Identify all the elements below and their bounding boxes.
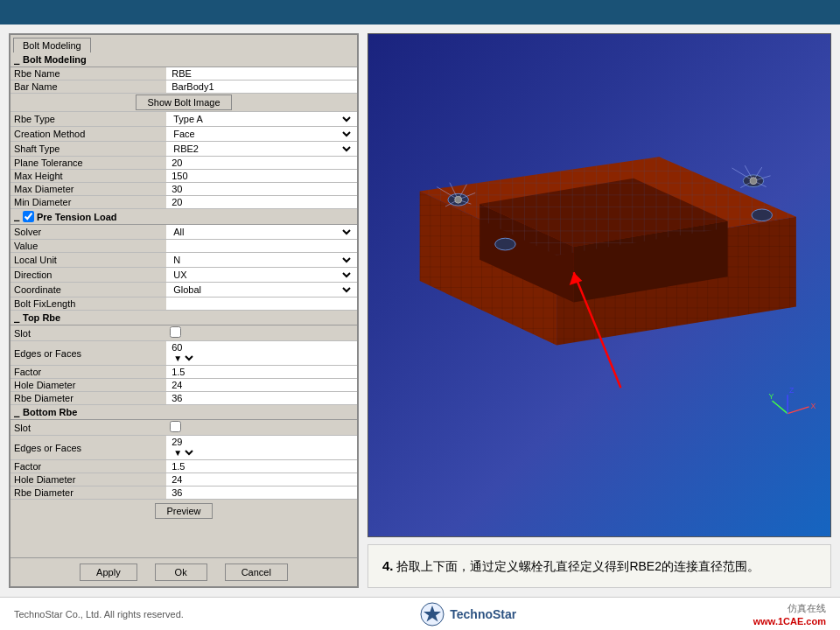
top-hole-diameter-label: Hole Diameter <box>10 379 166 392</box>
bot-edges-value[interactable]: ▼ <box>166 436 357 460</box>
coordinate-label: Coordinate <box>10 283 166 298</box>
top-factor-label: Factor <box>10 366 166 379</box>
rbe-type-value[interactable]: Type A <box>166 112 357 127</box>
max-diameter-input[interactable] <box>170 184 354 194</box>
creation-method-value[interactable]: Face <box>166 127 357 142</box>
bot-hole-diameter-input[interactable] <box>170 474 354 485</box>
creation-method-select[interactable]: Face <box>170 128 354 140</box>
shaft-type-label: Shaft Type <box>10 142 166 157</box>
show-bolt-button[interactable]: Show Bolt Image <box>136 94 231 110</box>
cancel-button[interactable]: Cancel <box>225 564 288 581</box>
plane-tolerance-input[interactable] <box>170 158 354 168</box>
bot-factor-input[interactable] <box>170 461 354 472</box>
min-diameter-input[interactable] <box>170 197 354 207</box>
apply-button[interactable]: Apply <box>80 564 137 581</box>
bot-rbe-diameter-value[interactable] <box>166 486 357 500</box>
min-diameter-label: Min Diameter <box>10 196 166 209</box>
top-factor-value[interactable] <box>166 366 357 379</box>
table-row: Min Diameter <box>10 196 357 209</box>
top-slot-label: Slot <box>10 326 166 341</box>
value-input[interactable] <box>170 241 354 251</box>
direction-value[interactable]: UX <box>166 268 357 283</box>
min-diameter-value[interactable] <box>166 196 357 209</box>
panel-scroll[interactable]: ⎯ Bolt Modeling Rbe Name Bar Name <box>10 52 357 557</box>
bot-slot-checkbox[interactable] <box>170 421 181 432</box>
bot-hole-diameter-value[interactable] <box>166 473 357 486</box>
table-row: Slot <box>10 420 357 436</box>
solver-select[interactable]: All <box>170 226 354 238</box>
preview-button[interactable]: Preview <box>155 503 212 519</box>
pre-tension-props: Solver All Value Lo <box>10 225 357 311</box>
section-top-rbe: ⎯ Top Rbe <box>10 311 357 326</box>
table-row: Slot <box>10 326 357 341</box>
bolt-fixlength-value[interactable] <box>166 298 357 311</box>
top-rbe-diameter-input[interactable] <box>170 393 354 403</box>
plane-tolerance-label: Plane Tolerance <box>10 157 166 170</box>
description-text: 拾取上下面，通过定义螺栓孔直径定义得到RBE2的连接直径范围。 <box>396 559 760 573</box>
local-unit-value[interactable]: N <box>166 253 357 268</box>
bolt-hole-br <box>752 209 772 221</box>
bot-edges-input[interactable] <box>170 437 354 447</box>
bar-name-label: Bar Name <box>10 80 166 94</box>
tab-bolt-modeling[interactable]: Bolt Modeling <box>13 38 91 52</box>
value-value[interactable] <box>166 240 357 253</box>
pre-tension-checkbox[interactable] <box>23 211 34 222</box>
ok-button[interactable]: Ok <box>155 564 207 581</box>
table-row: Factor <box>10 366 357 379</box>
section-bottom-rbe: ⎯ Bottom Rbe <box>10 405 357 420</box>
bolt-fixlength-label: Bolt FixLength <box>10 298 166 311</box>
collapse-icon-4: ⎯ <box>14 408 19 417</box>
table-row: Rbe Diameter <box>10 392 357 405</box>
table-row: Max Height <box>10 170 357 183</box>
bot-rbe-diameter-input[interactable] <box>170 487 354 498</box>
max-diameter-label: Max Diameter <box>10 183 166 196</box>
section-bolt-modeling: ⎯ Bolt Modeling <box>10 52 357 67</box>
top-bar <box>0 0 840 24</box>
table-row: Solver All <box>10 225 357 240</box>
top-rbe-diameter-value[interactable] <box>166 392 357 405</box>
table-row: Value <box>10 240 357 253</box>
copyright-text: TechnoStar Co., Ltd. All rights reserved… <box>14 609 184 620</box>
top-edges-select[interactable]: ▼ <box>170 353 196 364</box>
shaft-type-value[interactable]: RBE2 <box>166 142 357 157</box>
plane-tolerance-value[interactable] <box>166 157 357 170</box>
local-unit-select[interactable]: N <box>170 254 354 266</box>
solver-value[interactable]: All <box>166 225 357 240</box>
bolt-fixlength-input[interactable] <box>170 298 354 309</box>
rbe-name-label: Rbe Name <box>10 67 166 80</box>
rbe-name-input[interactable] <box>170 68 354 79</box>
coordinate-value[interactable]: Global <box>166 283 357 298</box>
technostar-logo-icon <box>420 602 444 626</box>
bot-rbe-diameter-label: Rbe Diameter <box>10 486 166 500</box>
bot-slot-label: Slot <box>10 420 166 436</box>
main-content: Bolt Modeling ⎯ Bolt Modeling Rbe Name <box>0 24 840 597</box>
logo-text: TechnoStar <box>450 607 516 621</box>
rbe-name-value[interactable] <box>166 67 357 80</box>
rbe-type-select[interactable]: Type A <box>170 113 354 125</box>
collapse-icon-2: ⎯ <box>14 212 19 221</box>
table-row: Shaft Type RBE2 <box>10 142 357 157</box>
top-slot-value[interactable] <box>166 326 357 341</box>
top-factor-input[interactable] <box>170 367 354 377</box>
bot-factor-value[interactable] <box>166 460 357 473</box>
direction-select[interactable]: UX <box>170 269 354 281</box>
top-edges-label: Edges or Faces <box>10 341 166 366</box>
top-edges-value[interactable]: ▼ <box>166 341 357 366</box>
local-unit-label: Local Unit <box>10 253 166 268</box>
coordinate-select[interactable]: Global <box>170 284 354 296</box>
shaft-type-select[interactable]: RBE2 <box>170 143 354 155</box>
top-edges-input[interactable] <box>170 342 354 353</box>
bar-name-value[interactable] <box>166 80 357 94</box>
value-label: Value <box>10 240 166 253</box>
max-height-input[interactable] <box>170 171 354 181</box>
max-diameter-value[interactable] <box>166 183 357 196</box>
bar-name-input[interactable] <box>170 81 354 92</box>
max-height-value[interactable] <box>166 170 357 183</box>
top-hole-diameter-value[interactable] <box>166 379 357 392</box>
bot-edges-select[interactable]: ▼ <box>170 447 196 458</box>
bot-slot-value[interactable] <box>166 420 357 436</box>
top-hole-diameter-input[interactable] <box>170 380 354 390</box>
table-row: Rbe Name <box>10 67 357 80</box>
top-slot-checkbox[interactable] <box>170 326 181 338</box>
coordinate-axes: X Y Z <box>769 386 816 413</box>
